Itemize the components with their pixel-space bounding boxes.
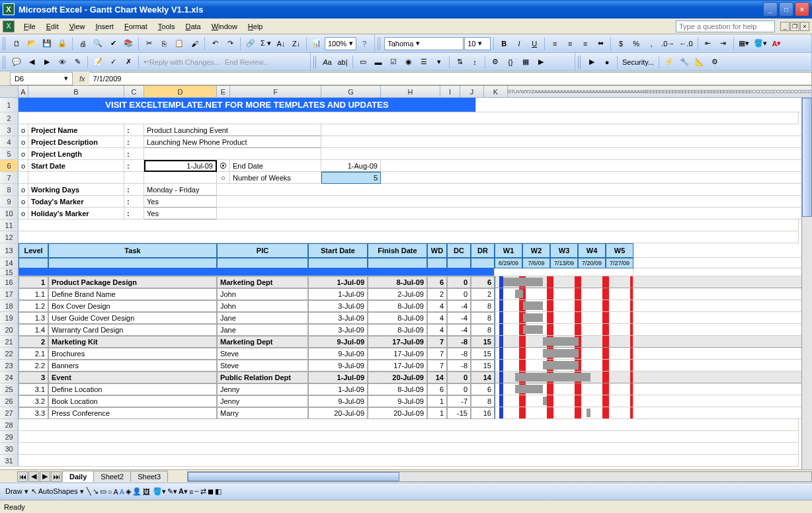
spinner-tool-button[interactable]: ⇅ [452, 55, 467, 69]
textbox-button[interactable]: A [113, 488, 118, 496]
currency-button[interactable]: $ [614, 36, 628, 51]
row-3[interactable]: 3 [0, 124, 19, 136]
autoshapes-button[interactable]: AutoShapes ▾ [38, 487, 84, 496]
chart-button[interactable]: 📊 [309, 36, 324, 51]
align-left-button[interactable]: ≡ [548, 36, 562, 51]
row-7[interactable]: 7 [0, 172, 19, 184]
redo-button[interactable]: ↷ [223, 36, 237, 51]
column-headers[interactable]: A B C D E F G H I J K LNNOPQRSTUVWXYZAAA… [0, 86, 812, 98]
name-box[interactable]: D6▾ [10, 72, 73, 85]
sheet-tab-daily[interactable]: Daily [62, 471, 94, 482]
vertical-scrollbar[interactable] [801, 98, 812, 469]
row-29[interactable]: 29 [0, 431, 19, 443]
copy-button[interactable]: ⎘ [157, 36, 171, 51]
row-1[interactable]: 1 [0, 98, 19, 112]
controls-button[interactable]: ⚙ [708, 55, 722, 69]
fx-icon[interactable]: fx [75, 75, 89, 83]
italic-button[interactable]: I [512, 36, 526, 51]
menu-edit[interactable]: Edit [41, 20, 64, 32]
font-size-combo[interactable]: 10 ▾ [464, 37, 491, 50]
menu-data[interactable]: Data [180, 20, 206, 32]
menu-window[interactable]: Window [206, 20, 243, 32]
wordart-button[interactable]: A [120, 488, 124, 496]
doc-close-button[interactable]: × [800, 22, 809, 31]
increase-decimal-button[interactable]: .0→ [659, 36, 676, 51]
col-F[interactable]: F [230, 86, 321, 97]
help-search-input[interactable] [676, 20, 775, 32]
dash-style-button[interactable]: ┄ [194, 487, 199, 496]
increase-indent-button[interactable]: ⇥ [716, 36, 731, 51]
sort-asc-button[interactable]: A↓ [274, 36, 288, 51]
font-name-combo[interactable]: Tahoma ▾ [384, 37, 464, 50]
new-button[interactable]: 🗋 [9, 36, 24, 51]
save-button[interactable]: 💾 [40, 36, 54, 51]
start-date-cell[interactable]: 1-Jul-09 [144, 160, 217, 172]
menu-file[interactable]: File [19, 20, 41, 32]
row-21[interactable]: 21 [0, 336, 19, 348]
undo-button[interactable]: ↶ [208, 36, 222, 51]
prev-comment-button[interactable]: ◀ [24, 55, 39, 69]
row-10[interactable]: 10 [0, 208, 19, 219]
next-comment-button[interactable]: ▶ [40, 55, 54, 69]
hyperlink-button[interactable]: 🔗 [243, 36, 258, 51]
spellcheck-button[interactable]: ✔ [106, 36, 120, 51]
borders-button[interactable]: ▦▾ [737, 36, 751, 51]
col-E[interactable]: E [217, 86, 230, 97]
3d-button[interactable]: ◧ [215, 487, 222, 496]
row-12[interactable]: 12 [0, 231, 19, 243]
row-2[interactable]: 2 [0, 112, 19, 124]
decrease-decimal-button[interactable]: ←.0 [677, 36, 694, 51]
doc-minimize-button[interactable]: _ [780, 22, 790, 31]
maximize-button[interactable]: □ [779, 2, 793, 17]
select-objects-button[interactable]: ↖ [31, 487, 37, 496]
sheet-tab-sheet3[interactable]: Sheet3 [130, 471, 168, 482]
row-30[interactable]: 30 [0, 443, 19, 455]
col-H[interactable]: H [381, 86, 440, 97]
row-22[interactable]: 22 [0, 348, 19, 360]
percent-button[interactable]: % [629, 36, 643, 51]
last-sheet-button[interactable]: ⏭ [51, 471, 61, 482]
accept-button[interactable]: ✓ [106, 55, 120, 69]
picture-button[interactable]: 🖼 [143, 488, 150, 496]
reject-button[interactable]: ✗ [121, 55, 136, 69]
open-button[interactable]: 📂 [24, 36, 39, 51]
col-G[interactable]: G [321, 86, 381, 97]
draw-menu-button[interactable]: Draw ▾ [5, 487, 28, 496]
excel-doc-icon[interactable]: X [3, 20, 15, 32]
format-painter-button[interactable]: 🖌 [187, 36, 202, 51]
collapsed-columns[interactable]: LNNOPQRSTUVWXYZAAAAAAAAAAAAAAAAAAAAAAAAA… [508, 86, 812, 97]
col-D[interactable]: D [144, 86, 217, 97]
col-I[interactable]: I [440, 86, 460, 97]
cut-button[interactable]: ✂ [142, 36, 156, 51]
label-tool-button[interactable]: Aa [320, 55, 335, 69]
record-macro-button[interactable]: ● [600, 55, 614, 69]
fill-color-draw-button[interactable]: 🪣▾ [153, 487, 166, 496]
scrollbar-tool-button[interactable]: ↕ [467, 55, 482, 69]
line-style-button[interactable]: ≡ [189, 488, 193, 496]
row-6[interactable]: 6 [0, 160, 19, 172]
row-24[interactable]: 24 [0, 372, 19, 383]
reply-changes-button[interactable]: ↩ Reply with Changes... [142, 55, 222, 69]
font-color-button[interactable]: A▾ [770, 36, 784, 51]
doc-restore-button[interactable]: ❐ [790, 22, 799, 31]
oval-button[interactable]: ○ [108, 488, 112, 496]
vba-button[interactable]: ▶ [585, 55, 599, 69]
font-color-draw-button[interactable]: A▾ [179, 487, 188, 496]
minimize-button[interactable]: _ [763, 2, 778, 17]
show-comment-button[interactable]: 👁 [55, 55, 69, 69]
menu-format[interactable]: Format [119, 20, 153, 32]
row-23[interactable]: 23 [0, 360, 19, 372]
align-center-button[interactable]: ≡ [563, 36, 577, 51]
arrow-style-button[interactable]: ⇄ [200, 487, 206, 496]
code-tool-button[interactable]: {} [503, 55, 518, 69]
row-19[interactable]: 19 [0, 312, 19, 324]
horizontal-scrollbar[interactable] [187, 471, 812, 482]
sheet-tab-sheet2[interactable]: Sheet2 [93, 471, 131, 482]
shadow-button[interactable]: ◼ [208, 487, 214, 496]
row-31[interactable]: 31 [0, 455, 19, 467]
row-20[interactable]: 20 [0, 324, 19, 336]
row-18[interactable]: 18 [0, 300, 19, 312]
spreadsheet-grid[interactable]: A B C D E F G H I J K LNNOPQRSTUVWXYZAAA… [0, 86, 812, 469]
col-C[interactable]: C [124, 86, 144, 97]
menu-tools[interactable]: Tools [153, 20, 181, 32]
